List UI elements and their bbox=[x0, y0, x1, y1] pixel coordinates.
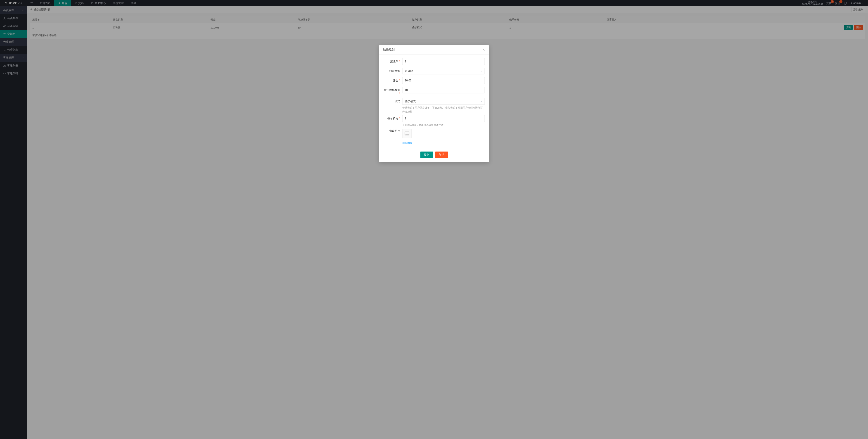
select-comm-type-value: 百分比 bbox=[405, 69, 413, 73]
modal-footer: 提交 取消 bbox=[379, 149, 489, 162]
input-commission[interactable] bbox=[402, 77, 485, 84]
field-order-price: 做单价格* 普通模式填1，叠加模式该参数才生效。 bbox=[383, 115, 485, 127]
field-commission: 佣金* bbox=[383, 77, 485, 84]
label-mode: 模式 bbox=[395, 100, 400, 103]
edit-rule-modal: 编辑规则 第几单* 佣金类型 百分比 佣金* 增加做单数量* bbox=[379, 45, 489, 162]
select-mode-value: 叠加模式 bbox=[405, 99, 416, 103]
field-popup-img: 弹窗图片 + 删除图片 bbox=[383, 129, 485, 145]
label-add-count: 增加做单数量 bbox=[384, 88, 400, 92]
helper-price: 普通模式填1，叠加模式该参数才生效。 bbox=[402, 123, 485, 127]
select-mode[interactable]: 叠加模式 bbox=[402, 98, 485, 105]
required-mark: * bbox=[399, 92, 400, 95]
upload-image-button[interactable]: + bbox=[402, 129, 412, 138]
modal-body: 第几单* 佣金类型 百分比 佣金* 增加做单数量* 模式 bbox=[379, 55, 489, 149]
modal-title: 编辑规则 bbox=[383, 48, 395, 52]
input-add-count[interactable] bbox=[402, 87, 485, 93]
input-order-no[interactable] bbox=[402, 58, 485, 65]
label-popup-img: 弹窗图片 bbox=[389, 129, 400, 132]
svg-point-15 bbox=[406, 132, 406, 133]
field-add-count: 增加做单数量* bbox=[383, 87, 485, 95]
label-order-price: 做单价格 bbox=[388, 117, 398, 120]
modal-close-button[interactable] bbox=[482, 48, 485, 51]
helper-mode: 普通模式：用户正常做单，不会加价。 叠加模式：根据用户余额来进行百分比加价 bbox=[402, 106, 485, 113]
select-comm-type[interactable]: 百分比 bbox=[402, 68, 485, 74]
required-mark: * bbox=[399, 117, 400, 120]
label-commission: 佣金 bbox=[393, 79, 398, 82]
cancel-button[interactable]: 取消 bbox=[435, 152, 448, 158]
label-order-no: 第几单 bbox=[390, 60, 398, 63]
required-mark: * bbox=[399, 60, 400, 63]
label-comm-type: 佣金类型 bbox=[389, 69, 400, 72]
field-order-no: 第几单* bbox=[383, 58, 485, 65]
close-icon bbox=[483, 49, 485, 51]
field-mode: 模式 叠加模式 普通模式：用户正常做单，不会加价。 叠加模式：根据用户余额来进行… bbox=[383, 98, 485, 113]
plus-icon: + bbox=[409, 129, 411, 132]
input-order-price[interactable] bbox=[402, 115, 485, 122]
remove-image-link[interactable]: 删除图片 bbox=[402, 142, 412, 145]
submit-button[interactable]: 提交 bbox=[420, 152, 433, 158]
modal-header: 编辑规则 bbox=[379, 45, 489, 55]
required-mark: * bbox=[399, 79, 400, 82]
field-comm-type: 佣金类型 百分比 bbox=[383, 68, 485, 74]
